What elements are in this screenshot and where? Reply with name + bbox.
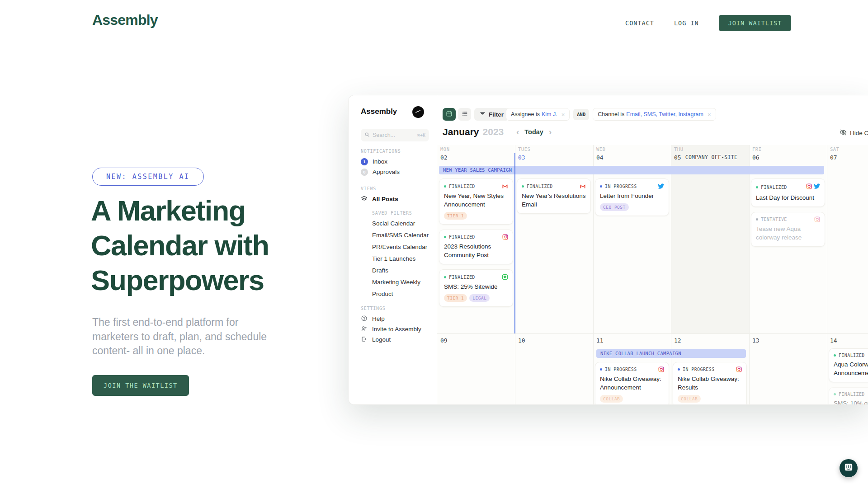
twitter-icon — [814, 183, 820, 191]
title-line-2: Calendar with — [91, 230, 269, 261]
filter-chips: Assignee is Kim J. × AND Channel is Emai… — [506, 108, 716, 121]
event-card[interactable]: FINALIZED SMS: 10% off Announcement — [829, 387, 868, 405]
event-status: FINALIZED — [839, 392, 865, 397]
day-date: 06 — [752, 154, 761, 161]
sidebar-item-drafts[interactable]: Drafts — [349, 264, 437, 276]
app-logo: Assembly — [361, 107, 397, 116]
grid-line — [671, 145, 671, 405]
sidebar-item-help[interactable]: Help — [349, 314, 437, 324]
invite-label: Invite to Assembly — [372, 326, 421, 333]
chat-launcher-button[interactable] — [840, 459, 858, 477]
day-name: SAT — [830, 146, 839, 152]
event-card[interactable]: FINALIZED SMS: 25% Sitewide TIER 1 LEGAL — [439, 269, 513, 307]
event-card-tentative[interactable]: TENTATIVE Tease new Aqua colorway releas… — [751, 212, 825, 247]
app-sidebar: Assembly ⌘+K NOTIFICATIONS 1 Inbox 0 App… — [349, 95, 437, 404]
day-header-tues: TUES 03 — [518, 146, 530, 161]
join-the-waitlist-button[interactable]: JOIN THE WAITLIST — [92, 375, 189, 396]
calendar-grid: MON 02 TUES 03 WED 04 THU 05 COMPANY OFF… — [437, 145, 868, 405]
today-button[interactable]: Today — [524, 128, 543, 136]
campaign-banner-new-year-sales[interactable]: NEW YEAR SALES CAMPAIGN — [439, 166, 824, 174]
search-field[interactable] — [373, 132, 408, 138]
layers-icon — [361, 195, 368, 203]
filter-button[interactable]: Filter — [474, 108, 509, 121]
sidebar-nav: NOTIFICATIONS 1 Inbox 0 Approvals VIEWS … — [349, 149, 437, 345]
chip-assignee[interactable]: Assignee is Kim J. × — [506, 108, 570, 121]
event-card[interactable]: IN PROGRESS Nike Collab Giveaway: Result… — [673, 362, 747, 405]
search-input[interactable]: ⌘+K — [361, 129, 429, 141]
chip-channel[interactable]: Channel is Email, SMS, Twitter, Instagra… — [593, 108, 716, 121]
sidebar-item-approvals[interactable]: 0 Approvals — [349, 167, 437, 177]
day-name: MON — [440, 146, 449, 152]
sidebar-item-tier-1-launches[interactable]: Tier 1 Launches — [349, 253, 437, 264]
status-dot — [756, 186, 758, 188]
event-status: FINALIZED — [839, 353, 865, 358]
sidebar-item-logout[interactable]: Logout — [349, 334, 437, 345]
status-dot — [678, 368, 680, 371]
day-column-sat-week2: FINALIZED Aqua Colorway Announcement FIN… — [829, 348, 868, 405]
sidebar-item-social-calendar[interactable]: Social Calendar — [349, 217, 437, 229]
prev-week-button[interactable]: ‹ — [516, 127, 519, 137]
sidebar-item-inbox[interactable]: 1 Inbox — [349, 156, 437, 167]
join-waitlist-button[interactable]: JOIN WAITLIST — [719, 15, 792, 31]
event-status: FINALIZED — [449, 275, 475, 280]
instagram-icon — [736, 366, 742, 372]
instagram-icon — [806, 183, 812, 191]
tag-badge: CEO POST — [600, 203, 629, 211]
next-week-button[interactable]: › — [549, 127, 552, 137]
day-date: 07 — [830, 154, 839, 161]
tag-badge: TIER 1 — [444, 212, 467, 220]
year-label: 2023 — [483, 127, 504, 137]
sidebar-item-pr-events-calendar[interactable]: PR/Events Calendar — [349, 241, 437, 253]
nav-link-login[interactable]: LOG IN — [674, 19, 699, 27]
notifications-section-label: NOTIFICATIONS — [361, 149, 437, 154]
gmail-icon — [580, 183, 586, 189]
event-card[interactable]: FINALIZED New Year, New Styles Announcem… — [439, 178, 513, 225]
day-column-wed: IN PROGRESS Letter from Founder CEO POST — [595, 178, 669, 221]
sidebar-item-invite[interactable]: Invite to Assembly — [349, 324, 437, 334]
chip-channel-value: Email, SMS, Twitter, Instagram — [626, 111, 703, 117]
event-status: TENTATIVE — [761, 217, 787, 222]
event-card[interactable]: FINALIZED 2023 Resolutions Community Pos… — [439, 230, 513, 264]
event-card[interactable]: FINALIZED Aqua Colorway Announcement — [829, 348, 868, 382]
app-window: Assembly ⌘+K NOTIFICATIONS 1 Inbox 0 App… — [348, 95, 868, 405]
event-card[interactable]: FINALIZED Last Day for Discount — [751, 178, 825, 207]
status-dot — [600, 185, 602, 188]
sms-icon — [502, 274, 508, 280]
event-title: Last Day for Discount — [756, 193, 820, 202]
nav-right: CONTACT LOG IN JOIN WAITLIST — [625, 14, 791, 33]
remove-chip-icon[interactable]: × — [561, 111, 565, 118]
event-card[interactable]: IN PROGRESS Nike Collab Giveaway: Announ… — [595, 362, 669, 405]
calendar-view-button[interactable] — [443, 108, 456, 121]
day-header-mon: MON 02 — [440, 146, 449, 161]
grid-line — [749, 145, 750, 405]
event-status: IN PROGRESS — [605, 367, 637, 372]
settings-section-label: SETTINGS — [361, 306, 437, 311]
event-status: IN PROGRESS — [683, 367, 715, 372]
tag-badge: COLLAB — [678, 395, 701, 403]
sidebar-item-all-posts[interactable]: All Posts — [349, 194, 437, 204]
logout-label: Logout — [372, 336, 391, 343]
event-card[interactable]: IN PROGRESS Letter from Founder CEO POST — [595, 178, 669, 216]
list-view-button[interactable] — [458, 108, 471, 121]
logout-icon — [361, 336, 368, 344]
day-header-thu: THU 05 COMPANY OFF-SITE — [674, 146, 737, 161]
hide-campaigns-toggle[interactable]: Hide Ca — [840, 129, 868, 137]
day-name: WED — [596, 146, 605, 152]
sidebar-item-marketing-weekly[interactable]: Marketing Weekly — [349, 276, 437, 288]
campaign-banner-nike-collab[interactable]: NIKE COLLAB LAUNCH CAMPAIGN — [596, 349, 746, 358]
nav-link-contact[interactable]: CONTACT — [625, 19, 654, 27]
avatar[interactable] — [412, 106, 424, 118]
event-title: Nike Collab Giveaway: Results — [678, 375, 742, 392]
event-card[interactable]: FINALIZED New Year's Resolutions Email — [517, 178, 591, 214]
day-header-fri: FRI 06 — [752, 146, 761, 161]
tag-badge: COLLAB — [600, 395, 623, 403]
title-line-3: Superpowers — [91, 264, 264, 296]
day-date: 11 — [596, 337, 604, 344]
event-title: Letter from Founder — [600, 192, 664, 200]
sidebar-item-email-sms-calendar[interactable]: Email/SMS Calendar — [349, 229, 437, 241]
chip-and-operator: AND — [573, 109, 589, 120]
sidebar-item-product[interactable]: Product — [349, 288, 437, 300]
day-column-mon: FINALIZED New Year, New Styles Announcem… — [439, 178, 513, 312]
month-label: January — [443, 127, 479, 137]
remove-chip-icon[interactable]: × — [708, 111, 711, 118]
